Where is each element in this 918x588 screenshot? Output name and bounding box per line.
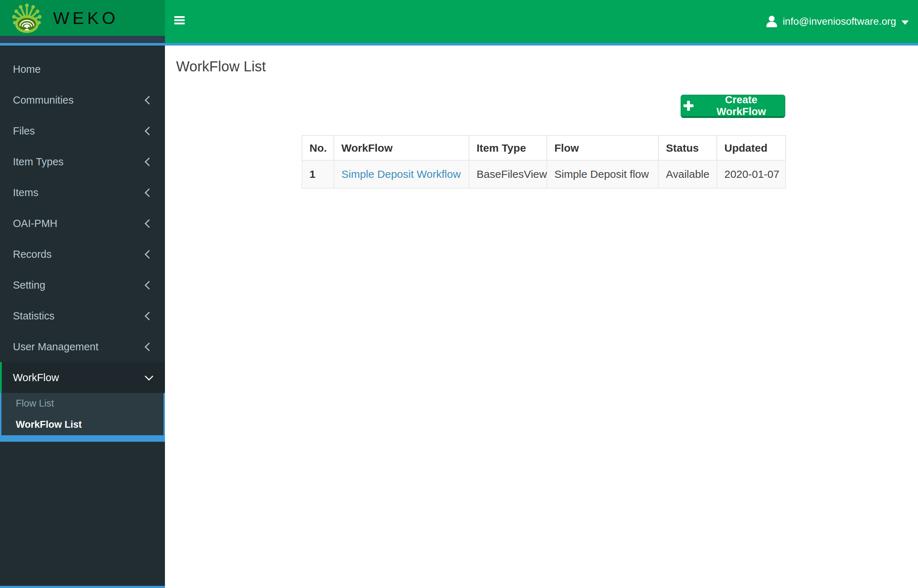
sidebar-item-home[interactable]: Home — [0, 54, 165, 85]
chevron-left-icon — [144, 96, 153, 104]
create-workflow-button[interactable]: Create WorkFlow — [680, 95, 785, 118]
navbar: info@inveniosoftware.org — [165, 0, 918, 43]
chevron-left-icon — [144, 157, 153, 166]
sidebar-item-setting[interactable]: Setting — [0, 270, 165, 300]
sidebar-item-user-management[interactable]: User Management — [0, 331, 165, 362]
sidebar-item-communities[interactable]: Communities — [0, 85, 165, 115]
cell-no: 1 — [302, 160, 334, 188]
sidebar-item-item-types[interactable]: Item Types — [0, 146, 165, 177]
sidebar-menu: Home Communities Files Item Types Items … — [0, 45, 165, 393]
main-content: WorkFlow List Create WorkFlow No. WorkFl… — [165, 45, 918, 588]
sidebar-item-records[interactable]: Records — [0, 239, 165, 270]
cell-workflow: Simple Deposit Workflow — [334, 160, 469, 188]
workflow-link[interactable]: Simple Deposit Workflow — [341, 168, 461, 180]
header-accent-line — [0, 43, 918, 45]
cell-status: Available — [658, 160, 717, 188]
hamburger-icon — [174, 16, 185, 18]
chevron-left-icon — [144, 126, 153, 135]
create-workflow-label: Create WorkFlow — [700, 94, 782, 118]
chevron-left-icon — [144, 188, 153, 197]
user-menu[interactable]: info@inveniosoftware.org — [766, 0, 909, 43]
plus-icon — [684, 101, 693, 111]
sidebar-item-oai-pmh[interactable]: OAI-PMH — [0, 208, 165, 239]
table-header-row: No. WorkFlow Item Type Flow Status Updat… — [302, 136, 785, 160]
cell-flow: Simple Deposit flow — [547, 160, 658, 188]
caret-down-icon — [902, 21, 909, 25]
table-row: 1 Simple Deposit Workflow BaseFilesView … — [302, 160, 785, 188]
sidebar-item-workflow[interactable]: WorkFlow — [0, 362, 165, 393]
sidebar-accent-line — [0, 586, 165, 588]
chevron-down-icon — [144, 372, 153, 380]
logo-strip — [0, 36, 165, 43]
brand-logo[interactable]: WEKO — [0, 0, 165, 36]
col-header-status: Status — [658, 136, 717, 160]
sidebar: Home Communities Files Item Types Items … — [0, 45, 165, 588]
chevron-left-icon — [144, 250, 153, 258]
col-header-no: No. — [302, 136, 334, 160]
page-title: WorkFlow List — [176, 58, 266, 74]
chevron-left-icon — [144, 312, 153, 320]
workflow-table: No. WorkFlow Item Type Flow Status Updat… — [302, 135, 786, 189]
chevron-left-icon — [144, 342, 153, 351]
col-header-updated: Updated — [717, 136, 785, 160]
col-header-flow: Flow — [547, 136, 658, 160]
sidebar-item-files[interactable]: Files — [0, 115, 165, 146]
chevron-left-icon — [144, 219, 153, 228]
chevron-left-icon — [144, 281, 153, 289]
workflow-submenu: Flow List WorkFlow List — [0, 393, 165, 442]
brand-name: WEKO — [53, 8, 119, 28]
submenu-item-workflow-list[interactable]: WorkFlow List — [2, 414, 163, 435]
cell-item-type: BaseFilesView — [469, 160, 547, 188]
col-header-item-type: Item Type — [469, 136, 547, 160]
weko-admin-page: WEKO info@inveniosoftware.org Home Commu… — [0, 0, 918, 588]
weko-logo-icon — [10, 2, 44, 36]
person-icon — [766, 16, 777, 27]
submenu-item-flow-list[interactable]: Flow List — [2, 393, 163, 414]
col-header-workflow: WorkFlow — [334, 136, 469, 160]
user-email: info@inveniosoftware.org — [783, 16, 896, 27]
sidebar-item-items[interactable]: Items — [0, 177, 165, 208]
hamburger-menu-button[interactable] — [174, 16, 185, 26]
sidebar-item-statistics[interactable]: Statistics — [0, 300, 165, 331]
cell-updated: 2020-01-07 — [717, 160, 785, 188]
